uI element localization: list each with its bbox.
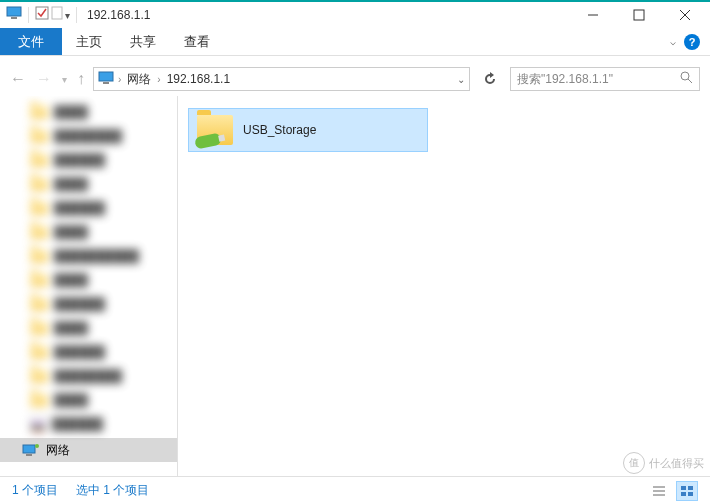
- forward-button[interactable]: →: [36, 70, 52, 88]
- svg-rect-5: [634, 10, 644, 20]
- network-icon: [22, 442, 40, 459]
- tree-item[interactable]: ████: [0, 388, 177, 412]
- folder-icon: [197, 115, 233, 145]
- svg-rect-1: [11, 17, 17, 19]
- ribbon: 文件 主页 共享 查看 ⌵ ?: [0, 28, 710, 56]
- refresh-button[interactable]: [478, 67, 502, 91]
- tree-item[interactable]: ████████: [0, 364, 177, 388]
- watermark-text: 什么值得买: [649, 456, 704, 471]
- expand-ribbon-icon[interactable]: ⌵: [670, 36, 676, 47]
- tree-item[interactable]: ██████████: [0, 244, 177, 268]
- tree-network-item[interactable]: 网络: [0, 438, 177, 462]
- content-pane[interactable]: USB_Storage: [178, 96, 710, 476]
- view-details-button[interactable]: [648, 481, 670, 501]
- minimize-button[interactable]: [570, 2, 616, 28]
- chevron-right-icon[interactable]: ›: [157, 74, 160, 85]
- monitor-icon: [6, 6, 22, 24]
- tree-network-label: 网络: [46, 442, 70, 459]
- search-placeholder: 搜索"192.168.1.1": [517, 71, 613, 88]
- tree-item[interactable]: ████: [0, 172, 177, 196]
- status-count: 1 个项目: [12, 482, 58, 499]
- svg-rect-19: [688, 486, 693, 490]
- tree-item[interactable]: ████: [0, 220, 177, 244]
- tree-item[interactable]: ██████: [0, 148, 177, 172]
- svg-rect-21: [688, 492, 693, 496]
- titlebar: ▾ 192.168.1.1: [0, 0, 710, 28]
- status-selection: 选中 1 个项目: [76, 482, 149, 499]
- breadcrumb-host[interactable]: 192.168.1.1: [165, 72, 232, 86]
- tree-item[interactable]: ████████: [0, 124, 177, 148]
- breadcrumb-network[interactable]: 网络: [125, 71, 153, 88]
- tree-item[interactable]: ██████: [0, 196, 177, 220]
- close-button[interactable]: [662, 2, 708, 28]
- maximize-button[interactable]: [616, 2, 662, 28]
- qat-dropdown-icon[interactable]: ▾: [65, 10, 70, 21]
- svg-rect-20: [681, 492, 686, 496]
- navigation-tree[interactable]: ████ ████████ ██████ ████ ██████ ████ ██…: [0, 96, 178, 476]
- chevron-right-icon[interactable]: ›: [118, 74, 121, 85]
- checkbox-icon[interactable]: [35, 6, 49, 24]
- svg-rect-0: [7, 7, 21, 16]
- tree-item[interactable]: ████: [0, 316, 177, 340]
- address-row: ← → ▾ ↑ › 网络 › 192.168.1.1 ⌄ 搜索"192.168.…: [0, 62, 710, 96]
- watermark: 值 什么值得买: [623, 452, 704, 474]
- tree-item[interactable]: ██████: [0, 292, 177, 316]
- svg-rect-8: [99, 72, 113, 81]
- main-area: ████ ████████ ██████ ████ ██████ ████ ██…: [0, 96, 710, 476]
- status-bar: 1 个项目 选中 1 个项目: [0, 476, 710, 504]
- history-dropdown-icon[interactable]: ▾: [62, 74, 67, 85]
- file-tab[interactable]: 文件: [0, 28, 62, 55]
- back-button[interactable]: ←: [10, 70, 26, 88]
- folder-label: USB_Storage: [243, 123, 316, 137]
- folder-item-usb-storage[interactable]: USB_Storage: [188, 108, 428, 152]
- up-button[interactable]: ↑: [77, 70, 85, 88]
- tree-item[interactable]: ████: [0, 100, 177, 124]
- tab-share[interactable]: 共享: [116, 28, 170, 55]
- svg-rect-12: [23, 445, 35, 453]
- tab-home[interactable]: 主页: [62, 28, 116, 55]
- watermark-icon: 值: [623, 452, 645, 474]
- svg-point-10: [681, 72, 689, 80]
- help-icon[interactable]: ?: [684, 34, 700, 50]
- view-large-icons-button[interactable]: [676, 481, 698, 501]
- tree-item[interactable]: ██████: [0, 412, 177, 436]
- page-icon[interactable]: [51, 6, 63, 24]
- svg-rect-18: [681, 486, 686, 490]
- tree-item[interactable]: ██████: [0, 340, 177, 364]
- tab-view[interactable]: 查看: [170, 28, 224, 55]
- svg-point-14: [35, 444, 39, 448]
- address-bar[interactable]: › 网络 › 192.168.1.1 ⌄: [93, 67, 470, 91]
- tree-item[interactable]: ████: [0, 268, 177, 292]
- window-title: 192.168.1.1: [87, 8, 150, 22]
- search-input[interactable]: 搜索"192.168.1.1": [510, 67, 700, 91]
- svg-rect-3: [52, 7, 62, 19]
- search-icon: [680, 71, 693, 87]
- svg-rect-9: [103, 82, 109, 84]
- svg-rect-2: [36, 7, 48, 19]
- address-dropdown-icon[interactable]: ⌄: [457, 74, 465, 85]
- svg-rect-13: [26, 454, 32, 456]
- svg-line-11: [688, 79, 692, 83]
- monitor-icon: [98, 71, 114, 88]
